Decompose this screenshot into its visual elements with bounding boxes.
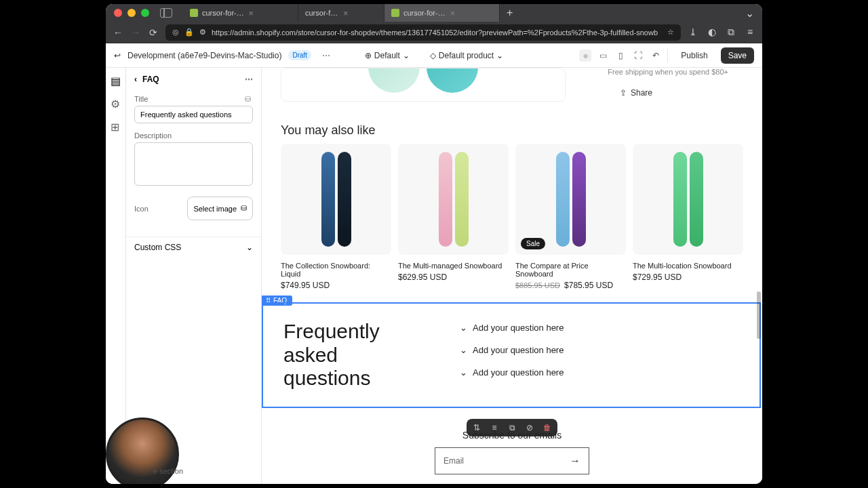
lock-icon: 🔒 <box>184 28 194 37</box>
back-icon[interactable]: ← <box>113 27 123 38</box>
product-price: $629.95 USD <box>398 272 509 282</box>
maximize-window[interactable] <box>141 9 149 17</box>
tag-icon: ◇ <box>430 51 436 60</box>
description-input[interactable] <box>134 142 253 186</box>
inspector-icon[interactable]: ⟐ <box>579 49 591 62</box>
product-name: The Multi-managed Snowboard <box>398 262 509 270</box>
submit-arrow-icon[interactable]: → <box>570 455 580 467</box>
left-rail: ▤ ⚙ ⊞ <box>106 68 126 484</box>
fullscreen-icon[interactable]: ⛶ <box>632 49 644 62</box>
icon-label: Icon <box>134 205 149 213</box>
traffic-lights <box>114 9 149 17</box>
address-field[interactable]: ◎ 🔒 ⚙ https://admin.shopify.com/store/cu… <box>165 24 681 41</box>
product-card[interactable]: Sale The Compare at Price Snowboard $885… <box>515 144 626 290</box>
sections-icon[interactable]: ▤ <box>111 75 121 85</box>
select-image-button[interactable]: Select image⛁ <box>187 197 253 220</box>
product-card[interactable]: The Collection Snowboard: Liquid $749.95… <box>281 144 391 290</box>
add-section-link[interactable]: e section <box>153 467 183 475</box>
chevron-down-icon: ⌄ <box>403 51 410 60</box>
product-name: The Collection Snowboard: Liquid <box>281 262 391 278</box>
browser-tab[interactable]: cursor-for-shopdev · Themes× <box>183 4 298 22</box>
product-card[interactable]: The Multi-location Snowboard $729.95 USD <box>633 144 743 290</box>
new-tab-button[interactable]: + <box>500 4 519 22</box>
chevron-down-icon: ⌄ <box>246 243 253 252</box>
panel-title: FAQ <box>142 75 159 84</box>
title-input[interactable] <box>134 106 253 123</box>
email-placeholder: Email <box>443 456 570 466</box>
editor-top-bar: ↩ Development (a6e7e9-Devins-Mac-Studio)… <box>106 43 762 68</box>
download-icon[interactable]: ⤓ <box>688 26 698 38</box>
settings-slider-icon: ⚙ <box>199 28 206 37</box>
theme-preview: Free shipping when you spend $80+ ⇪Share… <box>262 68 762 484</box>
product-price: $749.95 USD <box>281 281 391 290</box>
faq-item[interactable]: ⌄Add your question here <box>460 323 739 333</box>
settings-panel: ‹ FAQ ⋯ Title⛁ Description Icon Select i… <box>126 68 262 484</box>
tabs-overflow-icon[interactable]: ⌄ <box>745 7 754 20</box>
undo-icon[interactable]: ↶ <box>650 49 662 62</box>
globe-icon: ⊕ <box>365 51 372 60</box>
more-actions-icon[interactable]: ⋯ <box>318 51 334 60</box>
free-shipping-text: Free shipping when you spend $80+ <box>608 68 728 76</box>
description-label: Description <box>134 131 172 140</box>
favicon-icon <box>190 9 198 17</box>
chevron-down-icon: ⌄ <box>496 51 503 60</box>
bookmark-icon[interactable]: ☆ <box>667 28 674 37</box>
faq-item[interactable]: ⌄Add your question here <box>460 367 739 378</box>
publish-button[interactable]: Publish <box>673 47 715 64</box>
app-embeds-icon[interactable]: ⊞ <box>111 121 121 131</box>
mobile-view-icon[interactable]: ▯ <box>614 49 627 62</box>
dynamic-source-icon[interactable]: ⛁ <box>241 204 247 213</box>
chevron-down-icon: ⌄ <box>460 345 467 355</box>
desktop-view-icon[interactable]: ▭ <box>597 49 609 62</box>
related-title: You may also like <box>281 123 375 138</box>
browser-tab[interactable]: cursor-for-shopdev · Customize× <box>384 4 500 22</box>
sale-badge: Sale <box>521 238 545 249</box>
share-icon: ⇪ <box>620 88 627 98</box>
template-selector[interactable]: ⊕Default⌄ <box>365 51 410 60</box>
minimize-window[interactable] <box>127 9 136 17</box>
product-price: $729.95 USD <box>633 272 743 282</box>
browser-tab[interactable]: cursor-for-shopdev× <box>298 4 384 22</box>
product-selector[interactable]: ◇Default product⌄ <box>430 51 503 60</box>
chevron-down-icon: ⌄ <box>460 323 467 333</box>
product-thumb[interactable] <box>368 68 420 93</box>
theme-settings-icon[interactable]: ⚙ <box>111 98 121 108</box>
back-icon[interactable]: ‹ <box>134 75 137 84</box>
forward-icon[interactable]: → <box>130 27 141 38</box>
faq-heading: Frequently asked questions <box>283 320 419 390</box>
chevron-down-icon: ⌄ <box>460 367 467 378</box>
faq-section[interactable]: Frequently asked questions ⌄Add your que… <box>262 302 761 408</box>
sidebar-toggle-icon[interactable] <box>160 8 172 18</box>
window-titlebar: cursor-for-shopdev · Themes× cursor-for-… <box>106 4 762 22</box>
exit-editor-icon[interactable]: ↩ <box>114 51 121 60</box>
theme-title: Development (a6e7e9-Devins-Mac-Studio) <box>127 51 281 60</box>
custom-css-toggle[interactable]: Custom CSS⌄ <box>126 237 261 258</box>
product-name: The Multi-location Snowboard <box>633 262 743 270</box>
scrollbar[interactable] <box>757 291 761 339</box>
product-card[interactable]: The Multi-managed Snowboard $629.95 USD <box>398 144 509 290</box>
shield-icon: ◎ <box>172 28 179 37</box>
close-tab-icon[interactable]: × <box>249 8 292 18</box>
reload-icon[interactable]: ⟳ <box>148 27 159 38</box>
title-label: Title <box>134 95 148 103</box>
menu-icon[interactable]: ≡ <box>745 26 755 38</box>
product-name: The Compare at Price Snowboard <box>515 262 626 278</box>
url-bar: ← → ⟳ ◎ 🔒 ⚙ https://admin.shopify.com/st… <box>106 22 762 43</box>
panel-more-icon[interactable]: ⋯ <box>245 75 253 84</box>
dynamic-source-icon[interactable]: ⛁ <box>245 95 253 103</box>
share-button[interactable]: ⇪Share <box>620 88 652 98</box>
save-button[interactable]: Save <box>721 47 754 64</box>
url-text: https://admin.shopify.com/store/cursor-f… <box>212 28 662 37</box>
close-window[interactable] <box>114 9 122 17</box>
favicon-icon <box>391 9 399 17</box>
email-signup[interactable]: Email → <box>435 447 589 474</box>
extensions-icon[interactable]: ⧉ <box>726 26 736 38</box>
product-gallery <box>281 68 566 102</box>
product-thumb[interactable] <box>427 68 478 93</box>
subscribe-heading: Subscribe to our emails <box>262 430 762 441</box>
product-price: $885.95 USD$785.95 USD <box>515 281 626 290</box>
close-tab-icon[interactable]: × <box>343 8 377 18</box>
close-tab-icon[interactable]: × <box>450 8 492 18</box>
faq-item[interactable]: ⌄Add your question here <box>460 345 739 355</box>
account-icon[interactable]: ◐ <box>707 26 717 38</box>
